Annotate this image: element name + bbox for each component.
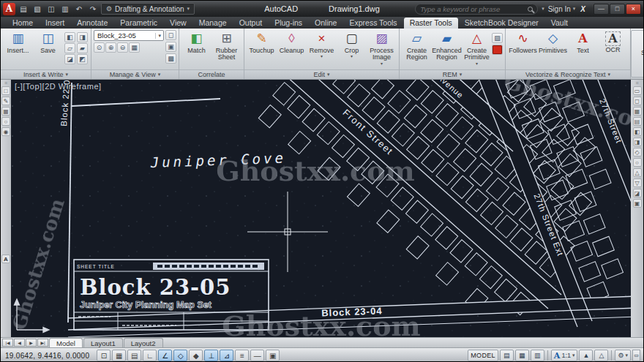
text-tool-icon[interactable]: A xyxy=(1,254,10,263)
model-space-button[interactable]: ▤ xyxy=(500,350,514,361)
ribbon-tab-annotate[interactable]: Annotate xyxy=(71,18,113,29)
panel-title-vectorize-recognize-text[interactable]: Vectorize & Recognize Text ▾ xyxy=(506,69,630,79)
application-menu-button[interactable]: A xyxy=(3,3,15,15)
raster-tool-icon[interactable]: ▤ xyxy=(633,117,642,126)
polar-tracking-toggle[interactable]: ∠ xyxy=(158,350,172,361)
save-image-button[interactable]: ◫ Save xyxy=(33,30,63,54)
new-button[interactable]: ▤ xyxy=(18,3,29,15)
model-space-viewport[interactable]: Juniper Cove Front Street Avenue 27th St… xyxy=(1,80,643,337)
view-tool-button[interactable]: ▦ xyxy=(129,42,140,53)
sign-in-button[interactable]: Sign In ▾ xyxy=(548,5,576,13)
plot-button[interactable]: ▥ xyxy=(59,3,71,15)
image-select-dropdown[interactable]: Block_23-05 ▾ xyxy=(94,30,164,41)
tool-icon[interactable]: ○ xyxy=(1,117,10,126)
write-tool-button[interactable]: ◧ xyxy=(64,32,75,42)
write-tool-button[interactable]: ◩ xyxy=(77,54,88,64)
help-search-box[interactable] xyxy=(415,4,538,15)
ribbon-tab-insert[interactable]: Insert xyxy=(40,18,70,29)
next-tab-button[interactable]: ▶ xyxy=(26,339,37,347)
write-tool-button[interactable]: ▰ xyxy=(77,43,88,53)
insert-image-button[interactable]: ▥ Insert... xyxy=(3,30,33,54)
match-button[interactable]: ◧ Match xyxy=(181,30,211,54)
workspace-switcher[interactable]: ⚙ Drafting & Annotation ▾ xyxy=(101,3,195,15)
ribbon-tab-view[interactable]: View xyxy=(164,18,192,29)
raster-tool-icon[interactable]: ▣ xyxy=(633,199,642,208)
redo-button[interactable]: ↷ xyxy=(87,3,99,15)
drawing-canvas[interactable]: Juniper Cove Front Street Avenue 27th St… xyxy=(1,80,643,337)
ribbon-tab-raster-tools[interactable]: Raster Tools xyxy=(404,18,458,29)
manage-tool-button[interactable]: ◻ xyxy=(165,30,176,40)
write-tool-button[interactable]: ◨ xyxy=(77,32,88,42)
tool-icon[interactable]: □ xyxy=(1,86,10,95)
ribbon-tab-manage[interactable]: Manage xyxy=(193,18,233,29)
rem-tool-button[interactable]: ▨ xyxy=(492,33,503,43)
raster-tool-icon[interactable]: ◨ xyxy=(633,137,642,146)
ribbon-tab-home[interactable]: Home xyxy=(7,18,39,29)
enhanced-region-button[interactable]: ▰ Enhanced Region xyxy=(432,30,462,61)
raster-tool-icon[interactable]: △ xyxy=(633,168,642,177)
coordinates-readout[interactable]: 19.0642, 9.4416, 0.0000 xyxy=(4,352,95,360)
first-tab-button[interactable]: |◀ xyxy=(2,339,13,347)
ribbon-tab-sketchbook-designer[interactable]: SketchBook Designer xyxy=(459,18,544,29)
write-tool-button[interactable]: ▱ xyxy=(64,43,75,53)
ortho-mode-toggle[interactable]: ∟ xyxy=(143,350,157,361)
last-tab-button[interactable]: ▶| xyxy=(37,339,48,347)
panel-title-insert-and-write[interactable]: Insert & Write ▾ xyxy=(1,69,91,79)
tab-model[interactable]: Model xyxy=(49,338,83,347)
tool-icon[interactable]: ◉ xyxy=(1,127,10,136)
ocr-button[interactable]: A OCR xyxy=(598,30,628,53)
process-image-button[interactable]: ▨ Process Image ▾ xyxy=(367,30,397,66)
infer-constraints-toggle[interactable]: ⊡ xyxy=(97,350,111,361)
followers-button[interactable]: ∿ Followers xyxy=(508,30,538,54)
create-region-button[interactable]: ▱ Create Region xyxy=(402,30,432,61)
crop-button[interactable]: ▢ Crop ▾ xyxy=(337,30,367,59)
undo-button[interactable]: ↶ xyxy=(73,3,85,15)
raster-tool-icon[interactable]: ◻ xyxy=(633,97,642,105)
raster-tool-icon[interactable]: ○ xyxy=(633,158,642,167)
touchup-button[interactable]: ✎ Touchup xyxy=(247,30,277,54)
dynamic-input-toggle[interactable]: ≡ xyxy=(235,350,249,361)
rubber-sheet-button[interactable]: ⊞ Rubber Sheet xyxy=(211,30,242,61)
zoom-out-button[interactable]: ⊖ xyxy=(117,42,128,53)
panel-title-manage-and-view[interactable]: Manage & View ▾ xyxy=(91,69,179,79)
ribbon-tab-vault[interactable]: Vault xyxy=(545,18,574,29)
cleanup-button[interactable]: ◊ Cleanup xyxy=(277,30,307,54)
raster-tool-icon[interactable]: ▽ xyxy=(633,178,642,187)
lineweight-toggle[interactable]: — xyxy=(250,350,264,361)
minimize-button[interactable]: — xyxy=(594,4,609,15)
workspace-switching-button[interactable]: ⚙▾ xyxy=(615,350,631,361)
raster-snap-button[interactable]: ∩ Snap xyxy=(634,32,644,56)
color-swatch-button[interactable] xyxy=(492,45,503,55)
object-snap-toggle[interactable]: ◇ xyxy=(173,350,187,361)
annotation-visibility-button[interactable]: ▲ xyxy=(579,350,593,361)
ribbon-tab-online[interactable]: Online xyxy=(309,18,342,29)
quick-view-layouts-button[interactable]: ▦ xyxy=(515,350,529,361)
save-button[interactable]: ◫ xyxy=(45,3,57,15)
manage-tool-button[interactable]: ▩ xyxy=(165,53,176,64)
raster-tool-icon[interactable]: ▭ xyxy=(633,86,642,95)
search-options-chevron-icon[interactable]: ▾ xyxy=(542,6,544,12)
exchange-apps-icon[interactable]: X xyxy=(579,5,587,13)
raster-tool-icon[interactable]: ▦ xyxy=(633,107,642,116)
model-paper-toggle[interactable]: MODEL xyxy=(468,350,498,361)
zoom-image-button[interactable]: ⊙ xyxy=(94,42,105,53)
write-tool-button[interactable]: ◪ xyxy=(64,54,75,64)
primitives-button[interactable]: ◇ Primitives xyxy=(538,30,568,54)
panel-title-edit[interactable]: Edit ▾ xyxy=(244,69,399,79)
quick-view-drawings-button[interactable]: ▥ xyxy=(531,350,544,361)
ribbon-tab-output[interactable]: Output xyxy=(233,18,269,29)
text-recognition-button[interactable]: A Text xyxy=(568,30,598,54)
tool-icon[interactable]: ✎ xyxy=(1,97,10,105)
viewport-controls[interactable]: [-][Top][2D Wireframe] xyxy=(15,82,102,91)
maximize-button[interactable]: □ xyxy=(610,4,625,15)
open-button[interactable]: ▧ xyxy=(31,3,43,15)
search-icon[interactable] xyxy=(528,7,533,12)
previous-tab-button[interactable]: ◀ xyxy=(14,339,25,347)
annotation-scale-button[interactable]: A 1:1 ▾ xyxy=(551,350,578,361)
grid-display-toggle[interactable]: ▤ xyxy=(127,350,141,361)
quick-properties-toggle[interactable]: ▣ xyxy=(266,350,280,361)
clean-screen-button[interactable]: ▭ xyxy=(632,350,640,361)
snap-mode-toggle[interactable]: ▦ xyxy=(112,350,126,361)
zoom-in-button[interactable]: ⊕ xyxy=(105,42,116,53)
manage-tool-button[interactable]: ▣ xyxy=(165,42,176,52)
